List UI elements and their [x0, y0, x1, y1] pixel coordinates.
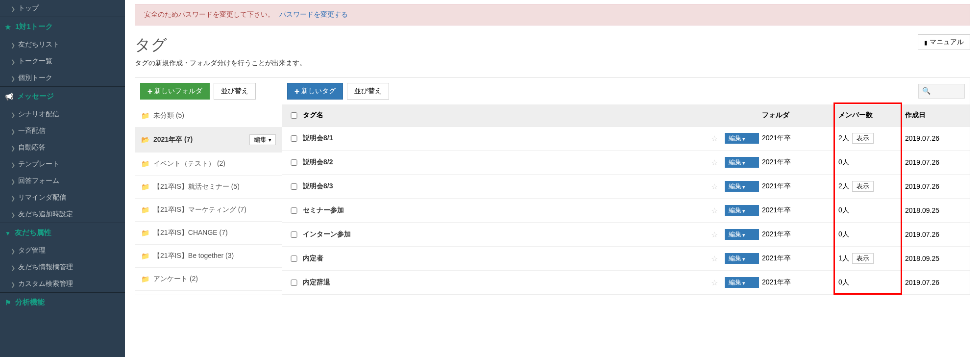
folder-row[interactable]: 【21卒IS】Be together (3) — [135, 245, 282, 268]
folder-row[interactable]: 【21卒IS】マーケティング (7) — [135, 199, 282, 222]
table-row: セミナー参加☆編集 2021年卒0人2018.09.25 — [282, 199, 970, 223]
sidebar-item[interactable]: 友だち追加時設定 — [0, 206, 125, 223]
tag-name: 説明会8/1 — [303, 134, 333, 143]
member-count-cell: 1人 表示 — [838, 253, 902, 264]
tag-edit-button[interactable]: 編集 — [725, 181, 759, 192]
folder-row[interactable]: 【21卒IS】就活セミナー (5) — [135, 176, 282, 199]
manual-button[interactable]: マニュアル — [918, 34, 970, 50]
sidebar-item[interactable]: カスタム検索管理 — [0, 276, 125, 292]
sidebar-label: 回答フォーム — [18, 177, 59, 185]
sidebar-label: シナリオ配信 — [18, 110, 59, 119]
tag-edit-button[interactable]: 編集 — [725, 205, 759, 216]
sidebar-item[interactable]: 自動応答 — [0, 139, 125, 156]
sidebar-item[interactable]: 友だち情報欄管理 — [0, 259, 125, 276]
tag-edit-button[interactable]: 編集 — [725, 133, 759, 144]
sidebar-section-1on1[interactable]: 1対1トーク — [0, 17, 125, 36]
sidebar-section-label: 友だち属性 — [15, 228, 51, 237]
folder-edit-button[interactable]: 編集 — [249, 134, 276, 145]
tag-edit-button[interactable]: 編集 — [725, 277, 759, 288]
page-title: タグ — [135, 34, 306, 56]
sidebar-label: 個別トーク — [18, 74, 52, 82]
tag-folder: 2021年卒 — [762, 134, 835, 143]
chevron-right-icon — [11, 194, 15, 202]
row-checkbox[interactable] — [288, 255, 300, 262]
star-icon[interactable]: ☆ — [711, 230, 718, 239]
table-row: インターン参加☆編集 2021年卒0人2019.07.26 — [282, 223, 970, 247]
sidebar-item[interactable]: トーク一覧 — [0, 53, 125, 70]
alert-text: 安全のためパスワードを変更して下さい。 — [144, 10, 274, 18]
btn-label: 新しいフォルダ — [154, 87, 202, 96]
folder-row[interactable]: 未分類 (5) — [135, 104, 282, 128]
search-wrap: 🔍 — [918, 84, 965, 99]
sidebar-item[interactable]: テンプレート — [0, 156, 125, 173]
new-folder-button[interactable]: 新しいフォルダ — [140, 83, 210, 100]
select-all-checkbox[interactable] — [288, 112, 300, 119]
tag-created: 2018.09.25 — [905, 206, 964, 214]
content-columns: 新しいフォルダ 並び替え 未分類 (5)2021年卒 (7)編集 イベント（テス… — [135, 77, 970, 295]
sort-folder-button[interactable]: 並び替え — [214, 83, 256, 100]
sidebar-section-attributes[interactable]: 友だち属性 — [0, 223, 125, 242]
folder-row[interactable]: イベント（テスト） (2) — [135, 153, 282, 176]
sidebar-item[interactable]: シナリオ配信 — [0, 106, 125, 123]
new-tag-button[interactable]: 新しいタグ — [287, 83, 343, 100]
star-icon[interactable]: ☆ — [711, 206, 718, 215]
show-members-button[interactable]: 表示 — [852, 253, 874, 264]
tag-created: 2019.07.26 — [905, 279, 964, 286]
sidebar-section-label: 分析機能 — [15, 298, 45, 307]
row-checkbox[interactable] — [288, 280, 300, 286]
sort-tag-button[interactable]: 並び替え — [347, 83, 389, 100]
sidebar-item[interactable]: リマインダ配信 — [0, 189, 125, 206]
caret-down-icon — [742, 279, 745, 286]
star-icon[interactable]: ☆ — [711, 254, 718, 263]
tag-edit-button[interactable]: 編集 — [725, 157, 759, 168]
sidebar-item-top[interactable]: トップ — [0, 0, 125, 17]
chevron-right-icon — [11, 247, 15, 255]
chevron-right-icon — [11, 263, 15, 271]
tag-edit-button[interactable]: 編集 — [725, 253, 759, 264]
folder-icon — [141, 275, 149, 283]
password-change-link[interactable]: パスワードを変更する — [279, 10, 348, 18]
sidebar-section-label: メッセージ — [17, 92, 54, 101]
member-count-cell: 0人 — [838, 230, 902, 239]
star-icon[interactable]: ☆ — [711, 182, 718, 191]
folder-label: 未分類 (5) — [153, 111, 184, 120]
caret-down-icon — [742, 135, 745, 142]
sidebar-item[interactable]: 回答フォーム — [0, 173, 125, 189]
chevron-right-icon — [11, 57, 15, 65]
show-members-button[interactable]: 表示 — [852, 181, 874, 192]
tag-edit-button[interactable]: 編集 — [725, 229, 759, 240]
row-checkbox[interactable] — [288, 135, 300, 142]
sidebar-item[interactable]: 一斉配信 — [0, 123, 125, 139]
folder-label: アンケート (2) — [153, 275, 198, 283]
sidebar-item[interactable]: 個別トーク — [0, 70, 125, 86]
chevron-right-icon — [11, 144, 15, 152]
sidebar-section-analytics[interactable]: 分析機能 — [0, 292, 125, 312]
star-icon — [5, 23, 11, 31]
main-content: 安全のためパスワードを変更して下さい。 パスワードを変更する タグ タグの新規作… — [125, 0, 980, 357]
manual-label: マニュアル — [930, 38, 964, 47]
sidebar-label: 友だちリスト — [18, 40, 59, 49]
show-members-button[interactable]: 表示 — [852, 133, 874, 144]
sidebar-label: 自動応答 — [18, 143, 46, 152]
row-checkbox[interactable] — [288, 159, 300, 166]
row-checkbox[interactable] — [288, 207, 300, 214]
tag-created: 2019.07.26 — [905, 134, 964, 142]
folder-row[interactable]: 【21卒IS】CHANGE (7) — [135, 222, 282, 245]
sidebar-section-message[interactable]: メッセージ — [0, 86, 125, 106]
row-checkbox[interactable] — [288, 183, 300, 190]
sidebar-item[interactable]: 友だちリスト — [0, 36, 125, 53]
folder-row[interactable]: アンケート (2) — [135, 268, 282, 291]
star-icon[interactable]: ☆ — [711, 278, 718, 287]
folder-row[interactable]: 2021年卒 (7)編集 — [135, 128, 282, 153]
star-icon[interactable]: ☆ — [711, 158, 718, 167]
sidebar-item[interactable]: タグ管理 — [0, 242, 125, 259]
tag-folder: 2021年卒 — [762, 182, 835, 191]
table-row: 内定者☆編集 2021年卒1人 表示2018.09.25 — [282, 247, 970, 271]
star-icon[interactable]: ☆ — [711, 134, 718, 143]
sidebar-label: 一斉配信 — [18, 127, 46, 135]
sidebar-label: リマインダ配信 — [18, 193, 66, 202]
megaphone-icon — [5, 93, 13, 101]
folder-icon — [141, 183, 149, 191]
row-checkbox[interactable] — [288, 231, 300, 238]
tag-name: 内定辞退 — [303, 278, 330, 287]
